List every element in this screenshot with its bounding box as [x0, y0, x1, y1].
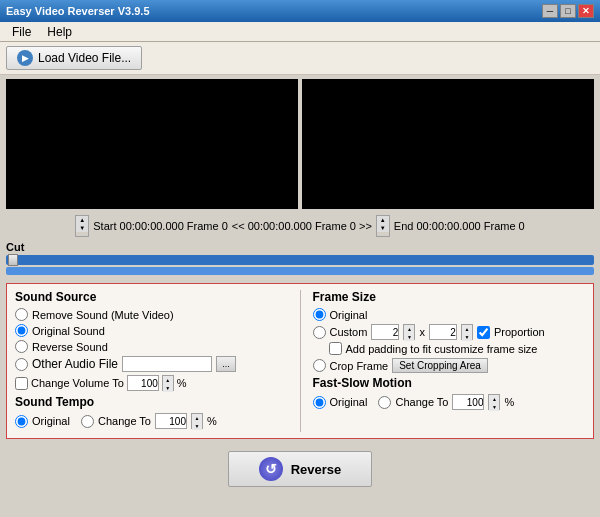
sound-original-label: Original Sound — [32, 325, 105, 337]
start-spin-down[interactable]: ▼ — [76, 224, 88, 232]
tempo-unit: % — [207, 415, 217, 427]
frame-custom-radio[interactable] — [313, 326, 326, 339]
start-spin-up[interactable]: ▲ — [76, 216, 88, 224]
tempo-change-label: Change To — [98, 415, 151, 427]
sound-mute-label: Remove Sound (Mute Video) — [32, 309, 174, 321]
frame-custom-row: Custom ▲ ▼ x ▲ ▼ Proportion — [313, 324, 586, 340]
tempo-original-radio[interactable] — [15, 415, 28, 428]
set-crop-area-button[interactable]: Set Cropping Area — [392, 358, 488, 373]
volume-row: Change Volume To ▲ ▼ % — [15, 375, 288, 391]
menu-bar: File Help — [0, 22, 600, 42]
motion-change-label: Change To — [395, 396, 448, 408]
window-controls[interactable]: ─ □ ✕ — [542, 4, 594, 18]
crop-label: Crop Frame — [330, 360, 389, 372]
sound-mute-row: Remove Sound (Mute Video) — [15, 308, 288, 321]
title-bar: Easy Video Reverser V3.9.5 ─ □ ✕ — [0, 0, 600, 22]
cut-slider-track[interactable] — [6, 255, 594, 265]
timeline-controls: ▲ ▼ Start 00:00:00.000 Frame 0 << 00:00:… — [0, 213, 600, 239]
volume-spin-down[interactable]: ▼ — [163, 384, 173, 392]
tempo-spin[interactable]: ▲ ▼ — [191, 413, 203, 429]
end-spin-down[interactable]: ▼ — [377, 224, 389, 232]
fast-slow-title: Fast-Slow Motion — [313, 376, 586, 390]
motion-unit: % — [504, 396, 514, 408]
options-left: Sound Source Remove Sound (Mute Video) O… — [15, 290, 288, 432]
padding-row: Add padding to fit customize frame size — [329, 342, 586, 355]
frame-width-input[interactable] — [371, 324, 399, 340]
browse-button[interactable]: ... — [216, 356, 236, 372]
frame-height-input[interactable] — [429, 324, 457, 340]
options-area: Sound Source Remove Sound (Mute Video) O… — [6, 283, 594, 439]
change-volume-label: Change Volume To — [31, 377, 124, 389]
padding-checkbox[interactable] — [329, 342, 342, 355]
tempo-spin-up[interactable]: ▲ — [192, 414, 202, 422]
middle-time-label: << 00:00:00.000 Frame 0 >> — [232, 220, 372, 232]
menu-help[interactable]: Help — [39, 23, 80, 41]
load-icon: ▶ — [17, 50, 33, 66]
motion-spin[interactable]: ▲ ▼ — [488, 394, 500, 410]
volume-spin[interactable]: ▲ ▼ — [162, 375, 174, 391]
sound-other-label: Other Audio File — [32, 357, 118, 371]
frame-original-label: Original — [330, 309, 368, 321]
frame-original-radio[interactable] — [313, 308, 326, 321]
cut-slider-thumb[interactable] — [8, 254, 18, 266]
frame-width-spin[interactable]: ▲ ▼ — [403, 324, 415, 340]
tempo-change-radio[interactable] — [81, 415, 94, 428]
motion-spin-down[interactable]: ▼ — [489, 403, 499, 411]
frame-size-title: Frame Size — [313, 290, 586, 304]
sound-reverse-radio[interactable] — [15, 340, 28, 353]
cut-label: Cut — [6, 241, 594, 253]
close-button[interactable]: ✕ — [578, 4, 594, 18]
reverse-icon: ↺ — [259, 457, 283, 481]
proportion-label: Proportion — [494, 326, 545, 338]
minimize-button[interactable]: ─ — [542, 4, 558, 18]
motion-change-radio[interactable] — [378, 396, 391, 409]
fw-spin-down[interactable]: ▼ — [404, 333, 414, 341]
load-video-button[interactable]: ▶ Load Video File... — [6, 46, 142, 70]
fh-spin-down[interactable]: ▼ — [462, 333, 472, 341]
tempo-original-label: Original — [32, 415, 70, 427]
video-area — [0, 75, 600, 213]
volume-spin-up[interactable]: ▲ — [163, 376, 173, 384]
maximize-button[interactable]: □ — [560, 4, 576, 18]
motion-row: Original Change To ▲ ▼ % — [313, 394, 586, 410]
motion-original-label: Original — [330, 396, 368, 408]
sound-other-radio[interactable] — [15, 358, 28, 371]
toolbar: ▶ Load Video File... — [0, 42, 600, 75]
frame-custom-label: Custom — [330, 326, 368, 338]
end-spin-up[interactable]: ▲ — [377, 216, 389, 224]
motion-spin-up[interactable]: ▲ — [489, 395, 499, 403]
sound-original-radio[interactable] — [15, 324, 28, 337]
output-video-panel — [302, 79, 594, 209]
start-time-label: Start 00:00:00.000 Frame 0 — [93, 220, 228, 232]
sound-reverse-row: Reverse Sound — [15, 340, 288, 353]
frame-height-spin[interactable]: ▲ ▼ — [461, 324, 473, 340]
frame-original-row: Original — [313, 308, 586, 321]
crop-row: Crop Frame Set Cropping Area — [313, 358, 586, 373]
padding-label: Add padding to fit customize frame size — [346, 343, 538, 355]
cut-area: Cut — [0, 239, 600, 279]
options-divider — [300, 290, 301, 432]
motion-original-radio[interactable] — [313, 396, 326, 409]
reverse-button-label: Reverse — [291, 462, 342, 477]
fh-spin-up[interactable]: ▲ — [462, 325, 472, 333]
source-video-panel — [6, 79, 298, 209]
sound-tempo-title: Sound Tempo — [15, 395, 288, 409]
volume-input[interactable] — [127, 375, 159, 391]
sound-mute-radio[interactable] — [15, 308, 28, 321]
reverse-area: ↺ Reverse — [0, 443, 600, 495]
other-audio-input[interactable] — [122, 356, 212, 372]
reverse-button[interactable]: ↺ Reverse — [228, 451, 373, 487]
menu-file[interactable]: File — [4, 23, 39, 41]
sound-original-row: Original Sound — [15, 324, 288, 337]
options-right: Frame Size Original Custom ▲ ▼ x ▲ ▼ Pro… — [313, 290, 586, 432]
frame-crop-radio[interactable] — [313, 359, 326, 372]
tempo-row: Original Change To ▲ ▼ % — [15, 413, 288, 429]
tempo-spin-down[interactable]: ▼ — [192, 422, 202, 430]
tempo-input[interactable] — [155, 413, 187, 429]
window-title: Easy Video Reverser V3.9.5 — [6, 5, 150, 17]
proportion-checkbox[interactable] — [477, 326, 490, 339]
motion-input[interactable] — [452, 394, 484, 410]
fw-spin-up[interactable]: ▲ — [404, 325, 414, 333]
end-time-label: End 00:00:00.000 Frame 0 — [394, 220, 525, 232]
change-volume-checkbox[interactable] — [15, 377, 28, 390]
